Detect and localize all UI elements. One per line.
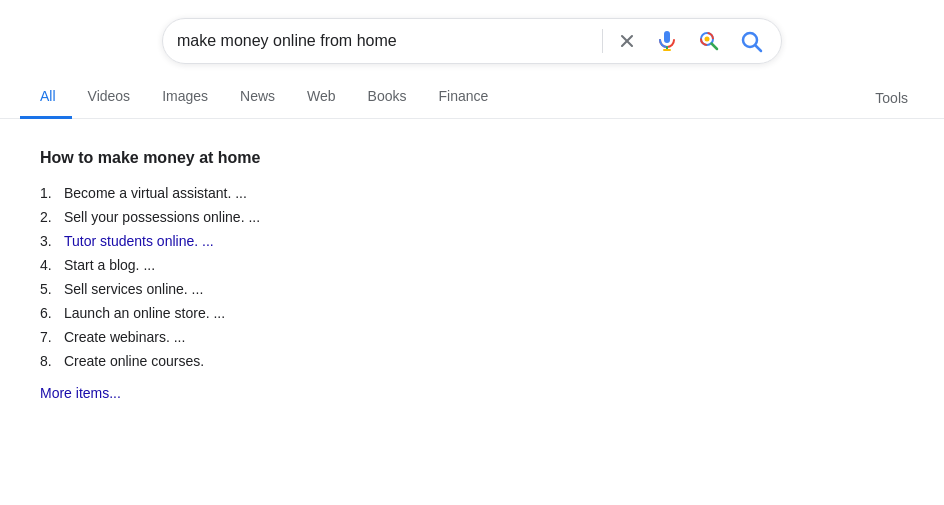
- svg-line-8: [756, 46, 762, 52]
- tab-books[interactable]: Books: [352, 76, 423, 119]
- item-number: 8.: [40, 353, 60, 369]
- list-item: 2. Sell your possessions online. ...: [40, 205, 700, 229]
- item-text-link[interactable]: Tutor students online. ...: [64, 233, 214, 249]
- item-text: Become a virtual assistant. ...: [64, 185, 247, 201]
- mic-icon: [655, 29, 679, 53]
- voice-search-button[interactable]: [651, 25, 683, 57]
- item-text: Start a blog. ...: [64, 257, 155, 273]
- search-divider: [602, 29, 603, 53]
- item-number: 7.: [40, 329, 60, 345]
- tab-images[interactable]: Images: [146, 76, 224, 119]
- clear-button[interactable]: [613, 27, 641, 55]
- lens-icon: [697, 29, 721, 53]
- list-item: 3. Tutor students online. ...: [40, 229, 700, 253]
- item-number: 4.: [40, 257, 60, 273]
- search-bar-container: [0, 0, 944, 76]
- item-text: Sell your possessions online. ...: [64, 209, 260, 225]
- item-text: Sell services online. ...: [64, 281, 203, 297]
- item-number: 6.: [40, 305, 60, 321]
- tab-web[interactable]: Web: [291, 76, 352, 119]
- list-item: 4. Start a blog. ...: [40, 253, 700, 277]
- svg-point-5: [705, 37, 710, 42]
- tab-finance[interactable]: Finance: [423, 76, 505, 119]
- image-search-button[interactable]: [693, 25, 725, 57]
- list-item: 8. Create online courses.: [40, 349, 700, 373]
- item-text: Create online courses.: [64, 353, 204, 369]
- search-button[interactable]: [735, 25, 767, 57]
- tools-button[interactable]: Tools: [859, 78, 924, 118]
- list-item: 1. Become a virtual assistant. ...: [40, 181, 700, 205]
- item-text: Launch an online store. ...: [64, 305, 225, 321]
- tab-all[interactable]: All: [20, 76, 72, 119]
- main-content: How to make money at home 1. Become a vi…: [0, 119, 720, 432]
- snippet-list: 1. Become a virtual assistant. ... 2. Se…: [40, 181, 700, 373]
- search-bar: [162, 18, 782, 64]
- item-text: Create webinars. ...: [64, 329, 185, 345]
- nav-tabs: All Videos Images News Web Books Finance…: [0, 76, 944, 119]
- featured-snippet: How to make money at home 1. Become a vi…: [40, 139, 700, 412]
- item-number: 1.: [40, 185, 60, 201]
- snippet-title: How to make money at home: [40, 149, 700, 167]
- search-icons: [613, 25, 767, 57]
- tab-news[interactable]: News: [224, 76, 291, 119]
- list-item: 5. Sell services online. ...: [40, 277, 700, 301]
- close-icon: [617, 31, 637, 51]
- list-item: 7. Create webinars. ...: [40, 325, 700, 349]
- search-icon: [739, 29, 763, 53]
- tab-videos[interactable]: Videos: [72, 76, 147, 119]
- item-number: 5.: [40, 281, 60, 297]
- search-input[interactable]: [177, 32, 592, 50]
- item-number: 3.: [40, 233, 60, 249]
- list-item: 6. Launch an online store. ...: [40, 301, 700, 325]
- svg-rect-2: [664, 31, 670, 43]
- item-number: 2.: [40, 209, 60, 225]
- svg-line-6: [712, 44, 718, 50]
- more-items-link[interactable]: More items...: [40, 385, 121, 401]
